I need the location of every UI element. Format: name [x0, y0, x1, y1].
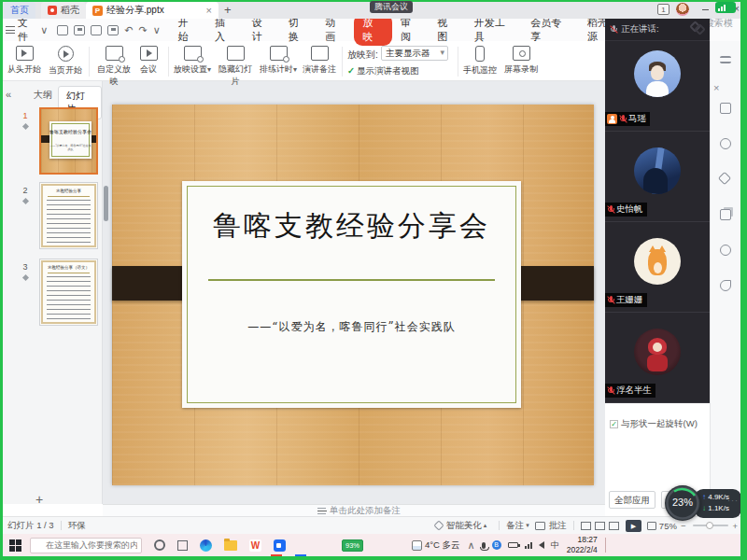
normal-view-icon[interactable] [581, 522, 591, 530]
zoom-slider-knob[interactable] [706, 522, 713, 529]
zoom-level[interactable]: 75% [659, 521, 677, 531]
tab-close-icon[interactable]: × [206, 5, 212, 16]
menu-home[interactable]: 开始 [170, 14, 206, 46]
rotate-with-shape-checkbox[interactable]: ✓与形状一起旋转(W) [610, 418, 698, 430]
tab-outline[interactable]: 大纲 [26, 86, 60, 105]
document-count-badge[interactable]: 1 [657, 4, 669, 15]
slide-canvas[interactable]: 鲁喀支教经验分享会 ——“以爱为名，喀鲁同行”社会实践队 [112, 105, 594, 485]
presenter-view-checkbox[interactable]: ✓显示演讲者视图 [347, 65, 418, 77]
apply-all-button[interactable]: 全部应用 [609, 491, 655, 509]
panel-scrollbar-thumb[interactable] [104, 186, 108, 221]
comments-button[interactable]: 批注 [549, 520, 567, 532]
speaker-notes-button[interactable]: 演讲备注 [299, 44, 340, 76]
menu-design[interactable]: 设计 [243, 14, 279, 46]
zoom-slider[interactable] [693, 525, 728, 526]
menu-devtools[interactable]: 开发工具 [466, 14, 523, 46]
menu-view[interactable]: 视图 [429, 14, 465, 46]
slide-2-thumbnail[interactable]: 支教经验分享 [39, 182, 98, 249]
start-button[interactable] [9, 539, 21, 552]
participant-tile[interactable]: 史怡帆 [605, 132, 710, 222]
file-explorer-icon[interactable] [224, 540, 237, 551]
meeting-signal-indicator[interactable] [715, 2, 736, 13]
drag-handle-icon[interactable] [720, 56, 731, 63]
tab-docer[interactable]: 稻壳 [41, 2, 86, 19]
ime-indicator[interactable]: 中 [551, 539, 559, 552]
notes-toggle-button[interactable]: 备注 [506, 520, 524, 532]
bluetooth-tray-icon[interactable]: B [492, 540, 501, 550]
customize-toolbar-icon[interactable]: ∨ [153, 24, 161, 36]
cortana-icon[interactable] [154, 539, 165, 551]
reading-view-icon[interactable] [609, 522, 619, 530]
add-slide-button[interactable]: + [35, 492, 43, 507]
tab-home[interactable]: 首页 [4, 2, 35, 19]
save-icon[interactable] [57, 25, 68, 35]
notes-bar[interactable]: 单击此处添加备注 [103, 504, 605, 516]
animation-panel-icon[interactable] [720, 138, 731, 149]
more-dots-icon[interactable]: ··· [727, 496, 739, 505]
volume-tray-icon[interactable] [539, 541, 544, 549]
tencent-meeting-icon[interactable] [274, 539, 286, 552]
battery-percent-widget[interactable]: 23% [665, 485, 700, 521]
slide-1-thumbnail[interactable]: 鲁喀支教经验分享会 ——“以爱为名，喀鲁同行”社会实践队 [39, 107, 98, 175]
from-beginning-button[interactable]: 从头开始 [4, 44, 45, 76]
slide-card[interactable]: 鲁喀支教经验分享会 ——“以爱为名，喀鲁同行”社会实践队 [182, 181, 521, 408]
slide-title[interactable]: 鲁喀支教经验分享会 [182, 207, 521, 245]
collapse-panel-icon[interactable]: « [6, 89, 11, 100]
menu-member[interactable]: 会员专享 [522, 14, 579, 46]
clock[interactable]: 18:272022/2/4 [567, 535, 598, 554]
wps-office-icon[interactable]: W [249, 539, 261, 552]
menu-slideshow-active[interactable]: 放映 [354, 14, 392, 46]
network-tray-icon[interactable] [525, 542, 532, 549]
from-current-button[interactable]: 当页开始 [45, 44, 86, 77]
slide-subtitle[interactable]: ——“以爱为名，喀鲁同行”社会实践队 [182, 319, 521, 335]
tab-document[interactable]: P经验分享.pptx× [86, 2, 218, 19]
shape-panel-icon[interactable] [720, 280, 731, 291]
meeting-button[interactable]: 会议 [134, 44, 162, 76]
fit-window-icon[interactable] [647, 522, 656, 530]
help-panel-icon[interactable] [720, 245, 731, 256]
account-avatar[interactable] [676, 3, 689, 16]
sorter-view-icon[interactable] [595, 522, 605, 530]
microphone-tray-icon[interactable] [482, 542, 486, 549]
undo-icon[interactable]: ↶ [124, 24, 133, 36]
battery-tray-icon[interactable] [508, 542, 518, 548]
new-tab-button[interactable]: + [224, 3, 232, 17]
menu-insert[interactable]: 插入 [206, 14, 243, 46]
participant-tile[interactable]: 王姗姗 [605, 222, 710, 313]
custom-show-button[interactable]: 自定义放映 [93, 44, 134, 88]
show-desktop-button[interactable] [605, 538, 609, 553]
battery-saver-badge[interactable]: 93% [342, 539, 363, 552]
show-settings-button[interactable]: 放映设置▾ [172, 44, 213, 76]
taskbar-search-input[interactable] [30, 538, 142, 553]
zoom-out-button[interactable]: − [681, 521, 686, 531]
edge-browser-icon[interactable] [200, 539, 212, 552]
print-preview-icon[interactable] [107, 25, 119, 35]
pane-close-icon[interactable]: × [713, 82, 719, 93]
beautify-button[interactable]: 智能美化 [446, 520, 482, 532]
slideshow-play-button[interactable]: ▶ [626, 520, 641, 532]
pages-panel-icon[interactable] [720, 209, 731, 220]
participant-tile[interactable]: 马瑶 [605, 41, 710, 132]
export-icon[interactable] [74, 25, 85, 35]
menu-review[interactable]: 审阅 [392, 14, 429, 46]
print-icon[interactable] [91, 25, 102, 35]
menu-animation[interactable]: 动画 [317, 14, 353, 46]
screen-record-button[interactable]: 屏幕录制 [502, 44, 540, 76]
redo-icon[interactable]: ↷ [138, 24, 147, 36]
zoom-in-button[interactable]: + [732, 521, 738, 531]
phone-remote-button[interactable]: 手机遥控 [461, 44, 499, 77]
task-view-icon[interactable] [177, 540, 188, 551]
rehearse-button[interactable]: 排练计时▾ [258, 44, 299, 76]
display-select[interactable]: 主要显示器 [381, 46, 448, 61]
hide-slide-button[interactable]: 隐藏幻灯片 [215, 44, 256, 88]
slide-3-thumbnail[interactable]: 支教经验分享（语文） [39, 259, 98, 326]
hidden-icons-chevron[interactable]: ∧ [468, 539, 475, 552]
effects-panel-icon[interactable] [718, 172, 731, 185]
minimize-button[interactable] [698, 4, 712, 15]
menu-transitions[interactable]: 切换 [280, 14, 317, 46]
theme-name[interactable]: 环保 [68, 520, 86, 532]
properties-panel-icon[interactable] [720, 103, 731, 114]
file-menu[interactable]: 文件∨ [0, 16, 53, 44]
participant-tile[interactable]: 浮名半生 [605, 313, 710, 403]
weather-widget[interactable]: 4°C 多云 [412, 539, 460, 552]
